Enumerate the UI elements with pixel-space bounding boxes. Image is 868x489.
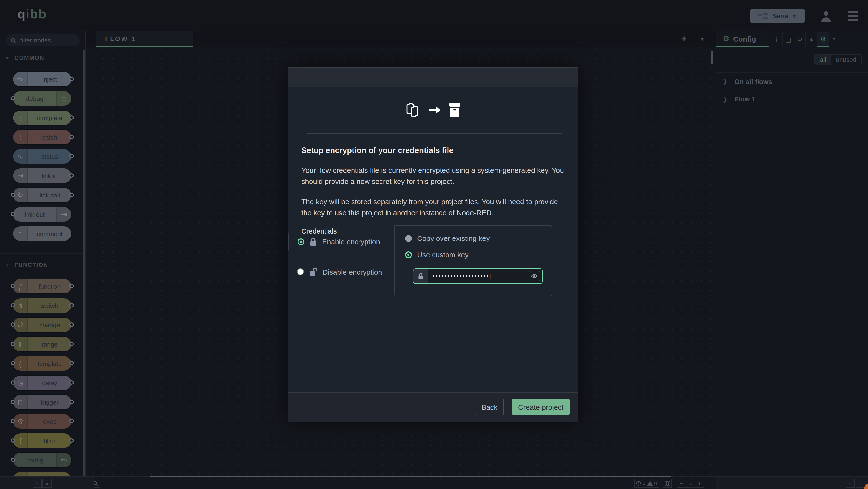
config-tab-label: Config (733, 34, 756, 43)
tab-flow-1[interactable]: FLOW 1 (96, 31, 193, 47)
node-label: function (28, 283, 71, 290)
palette-collapse-all-button[interactable]: « (33, 479, 42, 488)
sidebar-toolbar: i▤Ψ✶⚙ (771, 32, 830, 47)
canvas-vertical-scrollbar[interactable] (711, 51, 713, 64)
exec-icon: ⚙ (13, 414, 28, 429)
sidebar-tool-gear-icon[interactable]: ⚙ (817, 32, 829, 47)
show-key-button[interactable] (528, 271, 540, 282)
add-flow-button[interactable]: + (681, 34, 687, 45)
palette-node-status[interactable]: ∿status (13, 149, 71, 164)
canvas-horizontal-scrollbar[interactable] (151, 476, 671, 478)
save-caret-icon[interactable]: ▼ (792, 13, 797, 19)
flow-list-caret-icon[interactable]: ▾ (701, 36, 704, 42)
encryption-key-masked-value: •••••••••••••••••••| (428, 273, 528, 280)
palette-node-trigger[interactable]: ⊓trigger (13, 395, 71, 409)
copy-existing-key-radio[interactable] (405, 235, 412, 241)
zoom-in-button[interactable]: + (695, 479, 704, 488)
palette-node-filter[interactable]: ∫filter (13, 433, 71, 448)
palette-node-link-in[interactable]: ⇥link in (13, 169, 71, 183)
chevron-right-icon: ❯ (722, 95, 728, 103)
config-icon: ⇨ (56, 453, 71, 467)
palette-node-comment[interactable]: “comment (13, 226, 71, 241)
save-button-label: Save (772, 12, 788, 20)
notifications-counter[interactable]: ! 0 0 (634, 479, 659, 488)
filter-nodes-input[interactable]: filter nodes (6, 34, 80, 46)
project-credentials-dialog: Setup encryption of your credentials fil… (288, 67, 578, 422)
node-label: filter (28, 437, 71, 444)
node-input-port (10, 361, 15, 366)
zoom-reset-button[interactable]: ○ (686, 479, 695, 488)
arrow-right-icon (428, 106, 441, 114)
enable-encryption-radio[interactable] (298, 238, 304, 245)
back-button[interactable]: Back (475, 399, 504, 415)
create-project-button[interactable]: Create project (512, 399, 569, 415)
node-label: change (28, 321, 71, 328)
sidebar-tool-info-icon[interactable]: i (771, 32, 783, 47)
palette-scrollbar[interactable] (84, 50, 85, 477)
sidebar-tool-git-branch-icon[interactable]: Ψ (794, 32, 806, 47)
palette-node-link-call[interactable]: ↻link call (13, 188, 71, 202)
qibb-logo: qibb (18, 7, 47, 22)
palette-node-link-out[interactable]: ⇥link out (13, 207, 71, 222)
config-group-flow-1[interactable]: ❯Flow 1 (716, 90, 868, 108)
palette-node-change[interactable]: ⇄change (13, 318, 71, 332)
config-filter-group: all unused (815, 54, 862, 65)
palette-expand-all-button[interactable]: » (42, 479, 52, 488)
gear-icon: ⚙ (723, 34, 730, 43)
enable-encryption-option[interactable]: Enable encryption (288, 232, 395, 252)
map-icon (664, 481, 670, 486)
filter-all-button[interactable]: all (815, 55, 831, 65)
palette-node-config[interactable]: ⇨config (13, 453, 71, 467)
config-tab[interactable]: ⚙ Config (716, 31, 769, 47)
node-input-port (10, 284, 15, 288)
disable-encryption-label: Disable encryption (322, 268, 382, 276)
navigator-button[interactable] (662, 479, 672, 488)
palette-node-complete[interactable]: !complete (13, 111, 71, 125)
node-label: template (28, 360, 71, 367)
copy-existing-key-option[interactable]: Copy over existing key (405, 234, 552, 242)
node-output-port (69, 135, 74, 139)
node-label: config (13, 456, 56, 464)
node-output-port (69, 400, 74, 404)
zoom-out-button[interactable]: − (677, 479, 686, 488)
palette-node-template[interactable]: {template (13, 356, 71, 371)
encryption-key-input[interactable]: •••••••••••••••••••| (413, 268, 543, 284)
palette-category-header[interactable]: ▼COMMON (0, 55, 85, 61)
node-label: complete (28, 114, 71, 121)
user-button[interactable] (820, 10, 832, 22)
palette-node-partial[interactable] (13, 472, 71, 477)
zoom-controls: − ○ + (677, 479, 704, 488)
save-button[interactable]: Save ▼ (750, 9, 805, 23)
palette-node-function[interactable]: ƒfunction (13, 279, 71, 293)
sidebar-expand-button[interactable]: « (846, 479, 855, 488)
node-output-port (69, 380, 74, 385)
palette-node-debug[interactable]: ≡debug (13, 91, 71, 106)
sidebar-collapse-button[interactable]: » (856, 479, 865, 488)
palette-node-range[interactable]: ‖range (13, 337, 71, 351)
hamburger-menu-button[interactable] (848, 11, 858, 21)
search-icon (10, 37, 17, 43)
node-output-port (69, 154, 74, 158)
sidebar-caret-icon[interactable]: ▾ (833, 36, 835, 42)
app-header: qibb Save ▼ (0, 0, 868, 31)
filter-unused-button[interactable]: unused (831, 55, 861, 65)
sidebar-tool-book-icon[interactable]: ▤ (783, 32, 794, 47)
delay-icon: ◷ (13, 376, 28, 390)
node-output-port (69, 322, 74, 327)
config-group-on-all-flows[interactable]: ❯On all flows (716, 73, 868, 90)
disable-encryption-radio[interactable] (297, 268, 304, 275)
node-output-port (69, 419, 74, 423)
sidebar-tool-bug-icon[interactable]: ✶ (806, 32, 817, 47)
copy-files-icon (406, 102, 420, 118)
palette-node-exec[interactable]: ⚙exec (13, 414, 71, 429)
palette-node-switch[interactable]: ⋔switch (13, 298, 71, 313)
dialog-header-icons (288, 102, 578, 118)
node-input-port (10, 438, 15, 443)
palette-node-delay[interactable]: ◷delay (13, 376, 71, 390)
use-custom-key-option[interactable]: Use custom key (405, 251, 552, 259)
palette-node-catch[interactable]: !catch (13, 130, 71, 144)
use-custom-key-radio[interactable] (405, 251, 412, 258)
disable-encryption-option[interactable]: Disable encryption (297, 267, 382, 276)
palette-category-header[interactable]: ▼FUNCTION (0, 262, 85, 268)
palette-node-inject[interactable]: ⇨inject (13, 72, 71, 86)
